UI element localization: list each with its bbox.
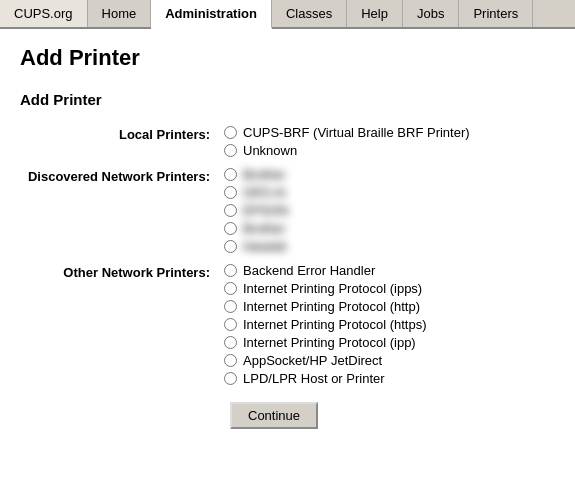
- nav-item-help[interactable]: Help: [347, 0, 403, 27]
- nav-item-classes[interactable]: Classes: [272, 0, 347, 27]
- radio-ipp-http[interactable]: [224, 300, 237, 313]
- label-appsocket[interactable]: AppSocket/HP JetDirect: [243, 353, 382, 368]
- radio-option-lpd-lpr: LPD/LPR Host or Printer: [224, 371, 549, 386]
- nav-item-jobs[interactable]: Jobs: [403, 0, 459, 27]
- radio-brother1[interactable]: [224, 168, 237, 181]
- label-ipp-ipps[interactable]: Internet Printing Protocol (ipps): [243, 281, 422, 296]
- radio-option-epson: EPSON: [224, 203, 549, 218]
- radio-option-ipp-http: Internet Printing Protocol (http): [224, 299, 549, 314]
- page-title: Add Printer: [20, 45, 555, 71]
- radio-ipp-ipp[interactable]: [224, 336, 237, 349]
- other-network-row: Other Network Printers: Backend Error Ha…: [20, 260, 555, 392]
- label-gr3al[interactable]: GR3-Al: [243, 185, 286, 200]
- label-ipp-http[interactable]: Internet Printing Protocol (http): [243, 299, 420, 314]
- radio-option-gr3al: GR3-Al: [224, 185, 549, 200]
- discovered-network-row: Discovered Network Printers: BrotherGR3-…: [20, 164, 555, 260]
- label-hewlett[interactable]: Hewlett: [243, 239, 286, 254]
- continue-row: Continue: [20, 392, 555, 432]
- radio-ipp-ipps[interactable]: [224, 282, 237, 295]
- continue-button[interactable]: Continue: [230, 402, 318, 429]
- discovered-network-label: Discovered Network Printers:: [20, 164, 220, 260]
- radio-appsocket[interactable]: [224, 354, 237, 367]
- local-printers-label: Local Printers:: [20, 122, 220, 164]
- label-lpd-lpr[interactable]: LPD/LPR Host or Printer: [243, 371, 385, 386]
- label-ipp-https[interactable]: Internet Printing Protocol (https): [243, 317, 427, 332]
- radio-option-backend-error: Backend Error Handler: [224, 263, 549, 278]
- radio-option-brother1: Brother: [224, 167, 549, 182]
- radio-ipp-https[interactable]: [224, 318, 237, 331]
- radio-option-ipp-ipps: Internet Printing Protocol (ipps): [224, 281, 549, 296]
- label-cups-brf[interactable]: CUPS-BRF (Virtual Braille BRF Printer): [243, 125, 470, 140]
- nav-item-printers[interactable]: Printers: [459, 0, 533, 27]
- other-network-options: Backend Error HandlerInternet Printing P…: [220, 260, 555, 392]
- radio-gr3al[interactable]: [224, 186, 237, 199]
- radio-option-hewlett: Hewlett: [224, 239, 549, 254]
- printer-form-table: Local Printers: CUPS-BRF (Virtual Braill…: [20, 122, 555, 432]
- radio-hewlett[interactable]: [224, 240, 237, 253]
- label-brother1[interactable]: Brother: [243, 167, 286, 182]
- label-unknown[interactable]: Unknown: [243, 143, 297, 158]
- radio-option-appsocket: AppSocket/HP JetDirect: [224, 353, 549, 368]
- label-ipp-ipp[interactable]: Internet Printing Protocol (ipp): [243, 335, 416, 350]
- radio-lpd-lpr[interactable]: [224, 372, 237, 385]
- page-content: Add Printer Add Printer Local Printers: …: [0, 29, 575, 448]
- other-network-label: Other Network Printers:: [20, 260, 220, 392]
- radio-unknown[interactable]: [224, 144, 237, 157]
- radio-option-brother2: Brother: [224, 221, 549, 236]
- radio-backend-error[interactable]: [224, 264, 237, 277]
- local-printers-row: Local Printers: CUPS-BRF (Virtual Braill…: [20, 122, 555, 164]
- radio-option-ipp-https: Internet Printing Protocol (https): [224, 317, 549, 332]
- local-printers-options: CUPS-BRF (Virtual Braille BRF Printer)Un…: [220, 122, 555, 164]
- label-epson[interactable]: EPSON: [243, 203, 289, 218]
- radio-option-cups-brf: CUPS-BRF (Virtual Braille BRF Printer): [224, 125, 549, 140]
- radio-brother2[interactable]: [224, 222, 237, 235]
- radio-option-unknown: Unknown: [224, 143, 549, 158]
- nav-item-administration[interactable]: Administration: [151, 0, 272, 29]
- radio-cups-brf[interactable]: [224, 126, 237, 139]
- label-brother2[interactable]: Brother: [243, 221, 286, 236]
- nav-item-cups-org[interactable]: CUPS.org: [0, 0, 88, 27]
- continue-cell: Continue: [20, 392, 555, 432]
- radio-epson[interactable]: [224, 204, 237, 217]
- navigation: CUPS.orgHomeAdministrationClassesHelpJob…: [0, 0, 575, 29]
- radio-option-ipp-ipp: Internet Printing Protocol (ipp): [224, 335, 549, 350]
- nav-item-home[interactable]: Home: [88, 0, 152, 27]
- label-backend-error[interactable]: Backend Error Handler: [243, 263, 375, 278]
- section-title: Add Printer: [20, 91, 555, 108]
- add-printer-form: Local Printers: CUPS-BRF (Virtual Braill…: [20, 122, 555, 432]
- discovered-network-options: BrotherGR3-AlEPSONBrotherHewlett: [220, 164, 555, 260]
